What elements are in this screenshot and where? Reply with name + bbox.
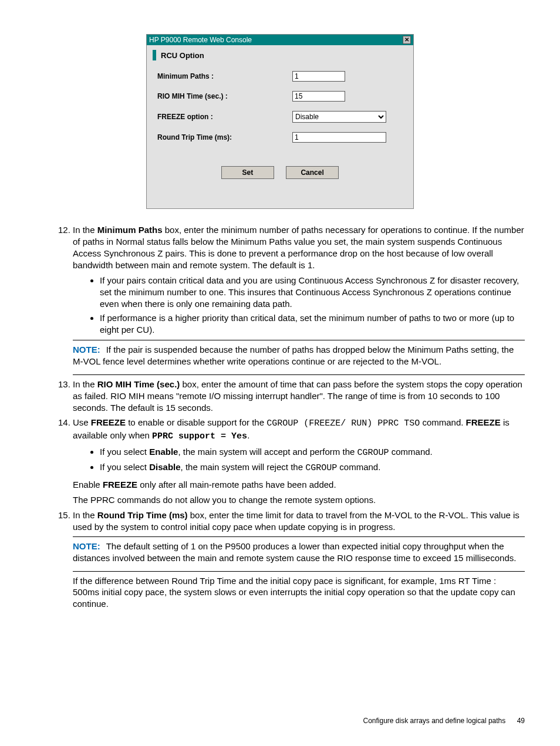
min-paths-label: Minimum Paths : [157,72,292,80]
freeze-select[interactable]: Disable [292,111,386,123]
close-icon[interactable]: ✕ [403,36,411,44]
step-13: In the RIO MIH Time (sec.) box, enter th… [73,379,525,414]
cancel-button[interactable]: Cancel [286,166,339,179]
dialog-titlebar: HP P9000 Remote Web Console ✕ [147,35,413,45]
step-15: In the Round Trip Time (ms) box, enter t… [73,509,525,610]
step-14: Use FREEZE to enable or disable support … [73,417,525,506]
step-12-bullet-1: If your pairs contain critical data and … [100,275,525,310]
instruction-content: In the Minimum Paths box, enter the mini… [35,224,525,610]
step-14-bullet-2: If you select Disable, the main system w… [100,461,525,474]
freeze-label: FREEZE option : [157,113,292,121]
rtt-input[interactable] [292,132,386,143]
min-paths-input[interactable] [292,71,345,82]
step-14-bullet-1: If you select Enable, the main system wi… [100,446,525,459]
dialog-title-text: HP P9000 Remote Web Console [149,36,252,44]
set-button[interactable]: Set [221,166,274,179]
page-number: 49 [517,717,525,725]
step-12: In the Minimum Paths box, enter the mini… [73,224,525,375]
step-12-bullet-2: If performance is a higher priority than… [100,312,525,336]
note-divider [73,571,525,572]
note-divider [73,374,525,375]
rio-mih-label: RIO MIH Time (sec.) : [157,92,292,100]
note-divider [73,536,525,537]
step-15-note: NOTE:The default setting of 1 on the P95… [73,541,525,564]
dialog-section-header: RCU Option [147,45,413,64]
note-divider [73,340,525,340]
section-accent-bar [153,50,156,60]
page-footer: Configure disk arrays and define logical… [363,717,525,725]
rcu-option-dialog: HP P9000 Remote Web Console ✕ RCU Option… [146,34,414,209]
rio-mih-input[interactable] [292,91,345,102]
step-12-note: NOTE:If the pair is suspended because th… [73,344,525,367]
footer-text: Configure disk arrays and define logical… [363,717,505,725]
section-title: RCU Option [161,51,204,60]
rtt-label: Round Trip Time (ms): [157,133,292,141]
